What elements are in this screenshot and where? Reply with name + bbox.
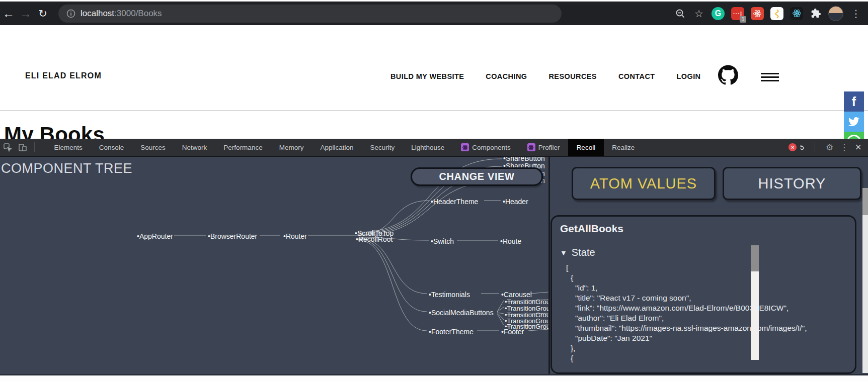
nav-item-login[interactable]: LOGIN [677, 72, 701, 80]
inspect-element-icon[interactable] [0, 139, 15, 156]
tree-node-browserrouter[interactable]: •BrowserRouter [208, 232, 258, 240]
devtools-close-icon[interactable]: × [855, 141, 861, 154]
tree-edge [497, 314, 504, 325]
site-logo[interactable]: ELI ELAD ELROM [25, 71, 102, 80]
tab-label: Memory [279, 144, 304, 151]
panel-scrollbar[interactable] [862, 188, 868, 373]
tab-sources[interactable]: Sources [132, 139, 174, 156]
component-tree-canvas[interactable]: •AppRouter•BrowserRouter•Router•ScrollTo… [0, 157, 548, 374]
browser-toolbar: ← → ↻ localhost:3000/Books ☆ G ···| 1 [0, 2, 868, 25]
facebook-share-button[interactable]: f [844, 91, 864, 112]
tree-node-testimonials[interactable]: •Testimonials [429, 291, 470, 299]
page-info-icon[interactable] [66, 9, 75, 18]
devtools-menu-kebab-icon[interactable]: ⋮ [840, 142, 848, 153]
panel-divider[interactable] [548, 157, 550, 374]
forward-button[interactable]: → [17, 7, 34, 21]
state-json: [{"id": 1,"title": "React v17 - coming s… [566, 263, 855, 363]
selector-card: GetAllBooks ▼ State [{"id": 1,"title": "… [550, 215, 856, 374]
tree-edge [531, 292, 548, 294]
reload-button[interactable]: ↻ [34, 8, 51, 20]
tree-node-switch[interactable]: •Switch [431, 237, 454, 245]
state-scrollbar-thumb[interactable] [751, 245, 759, 271]
component-tree-svg: •AppRouter•BrowserRouter•Router•ScrollTo… [0, 157, 548, 374]
tab-console[interactable]: Console [91, 139, 132, 156]
json-line: "pubDate": "Jan 2021" [566, 333, 855, 343]
tab-application[interactable]: Application [312, 139, 362, 156]
tab-components[interactable]: Components [453, 139, 519, 156]
tabbar-right: × 5 ⚙ ⋮ × [788, 141, 861, 154]
url-host: localhost [81, 9, 114, 19]
collapse-triangle-icon: ▼ [560, 249, 567, 257]
tab-profiler[interactable]: Profiler [519, 139, 568, 156]
settings-gear-icon[interactable]: ⚙ [826, 142, 833, 153]
state-label: State [572, 247, 595, 258]
hamburger-menu-icon[interactable] [761, 73, 779, 81]
state-scrollbar[interactable] [751, 245, 759, 360]
tree-node-recoilroot[interactable]: •RecoilRoot [356, 235, 392, 243]
tab-elements[interactable]: Elements [46, 139, 91, 156]
tree-node-headertheme[interactable]: •HeaderTheme [431, 198, 479, 206]
tree-edge [497, 307, 504, 312]
change-view-button[interactable]: CHANGE VIEW [411, 167, 543, 186]
tab-performance[interactable]: Performance [215, 139, 271, 156]
tab-label: Elements [54, 144, 83, 151]
tree-node-header[interactable]: •Header [503, 198, 528, 206]
tab-label: Lighthouse [411, 144, 444, 151]
tab-realize[interactable]: Realize [604, 139, 643, 156]
bookmark-star-icon[interactable]: ☆ [693, 8, 705, 20]
nav-item-coaching[interactable]: COACHING [486, 72, 527, 80]
site-nav: BUILD MY WEBSITECOACHINGRESOURCESCONTACT… [390, 72, 700, 80]
lastpass-extension-icon[interactable]: ···| 1 [731, 7, 744, 20]
coil-extension-icon[interactable] [770, 7, 783, 20]
tree-node-carousel[interactable]: •Carousel [501, 291, 532, 299]
whatsapp-share-button[interactable] [844, 132, 864, 139]
json-line: "link": "https://www.amazon.com/Elad-Elr… [566, 303, 855, 313]
site-area: ELI ELAD ELROM BUILD MY WEBSITECOACHINGR… [0, 25, 868, 139]
extensions-puzzle-icon[interactable] [810, 8, 822, 20]
tab-label: Components [472, 144, 511, 151]
nav-item-build-my-website[interactable]: BUILD MY WEBSITE [390, 72, 464, 80]
device-toolbar-icon[interactable] [15, 139, 30, 156]
tab-memory[interactable]: Memory [271, 139, 312, 156]
tree-edge [358, 239, 427, 312]
toolbar-right: ☆ G ···| 1 ⋮ [674, 6, 862, 21]
tab-label: Application [320, 144, 353, 151]
atom-values-button[interactable]: ATOM VALUES [572, 167, 716, 200]
back-button[interactable]: ← [0, 7, 17, 21]
tree-node-footer[interactable]: •Footer [501, 328, 524, 336]
whatsapp-glyph [847, 135, 861, 139]
json-line: "title": "React v17 - coming soon", [566, 293, 855, 303]
tab-recoil[interactable]: Recoil [568, 139, 604, 156]
tree-node-router[interactable]: •Router [283, 232, 307, 240]
github-icon[interactable] [718, 65, 738, 85]
browser-menu-kebab-icon[interactable]: ⋮ [850, 8, 862, 20]
nav-item-contact[interactable]: CONTACT [618, 72, 655, 80]
devtools-tabbar: ElementsConsoleSourcesNetworkPerformance… [0, 139, 868, 157]
tab-lighthouse[interactable]: Lighthouse [403, 139, 453, 156]
tab-label: Sources [140, 144, 166, 151]
tree-node-footertheme[interactable]: •FooterTheme [429, 328, 474, 336]
tree-node-route[interactable]: •Route [500, 237, 521, 245]
twitter-share-button[interactable] [844, 112, 864, 132]
tab-label: Realize [612, 144, 635, 151]
zoom-icon[interactable] [674, 8, 686, 20]
tree-node-approuter[interactable]: •AppRouter [137, 232, 173, 240]
panel-scrollbar-thumb[interactable] [862, 188, 868, 215]
url-path: :3000/Books [114, 9, 162, 19]
profile-avatar[interactable] [828, 6, 843, 21]
nav-item-resources[interactable]: RESOURCES [548, 72, 596, 80]
grammarly-extension-icon[interactable]: G [712, 7, 725, 20]
error-count[interactable]: × 5 [788, 143, 804, 151]
tree-edge [497, 301, 504, 312]
screen: ← → ↻ localhost:3000/Books ☆ G ···| 1 [0, 0, 868, 381]
address-bar[interactable]: localhost:3000/Books [58, 5, 562, 23]
tree-edge [358, 240, 427, 331]
red-atom-extension-icon[interactable] [751, 7, 764, 20]
tab-label: Performance [223, 144, 262, 151]
react-devtools-extension-icon[interactable] [790, 7, 803, 20]
state-toggle[interactable]: ▼ State [560, 247, 595, 258]
tree-node-socialmediabuttons[interactable]: •SocialMediaButtons [429, 309, 494, 317]
history-button[interactable]: HISTORY [723, 167, 861, 200]
tab-security[interactable]: Security [362, 139, 403, 156]
tab-network[interactable]: Network [174, 139, 215, 156]
